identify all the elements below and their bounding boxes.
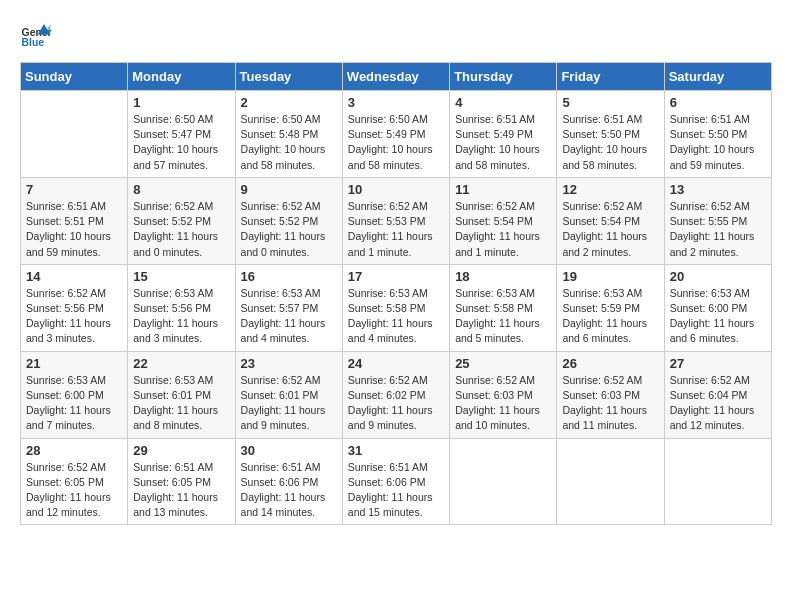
day-info: Sunrise: 6:50 AMSunset: 5:48 PMDaylight:…	[241, 112, 337, 173]
day-number: 30	[241, 443, 337, 458]
day-info: Sunrise: 6:51 AMSunset: 6:06 PMDaylight:…	[348, 460, 444, 521]
calendar-cell: 12Sunrise: 6:52 AMSunset: 5:54 PMDayligh…	[557, 177, 664, 264]
calendar-cell: 28Sunrise: 6:52 AMSunset: 6:05 PMDayligh…	[21, 438, 128, 525]
calendar-table: SundayMondayTuesdayWednesdayThursdayFrid…	[20, 62, 772, 525]
day-info: Sunrise: 6:53 AMSunset: 5:58 PMDaylight:…	[455, 286, 551, 347]
day-info: Sunrise: 6:51 AMSunset: 6:05 PMDaylight:…	[133, 460, 229, 521]
calendar-cell	[557, 438, 664, 525]
calendar-cell: 21Sunrise: 6:53 AMSunset: 6:00 PMDayligh…	[21, 351, 128, 438]
weekday-header: Thursday	[450, 63, 557, 91]
calendar-cell	[21, 91, 128, 178]
calendar-cell: 19Sunrise: 6:53 AMSunset: 5:59 PMDayligh…	[557, 264, 664, 351]
calendar-cell: 17Sunrise: 6:53 AMSunset: 5:58 PMDayligh…	[342, 264, 449, 351]
weekday-header: Friday	[557, 63, 664, 91]
calendar-cell: 8Sunrise: 6:52 AMSunset: 5:52 PMDaylight…	[128, 177, 235, 264]
day-number: 11	[455, 182, 551, 197]
calendar-cell: 4Sunrise: 6:51 AMSunset: 5:49 PMDaylight…	[450, 91, 557, 178]
day-number: 3	[348, 95, 444, 110]
calendar-week-row: 14Sunrise: 6:52 AMSunset: 5:56 PMDayligh…	[21, 264, 772, 351]
calendar-cell: 7Sunrise: 6:51 AMSunset: 5:51 PMDaylight…	[21, 177, 128, 264]
calendar-cell: 15Sunrise: 6:53 AMSunset: 5:56 PMDayligh…	[128, 264, 235, 351]
day-number: 28	[26, 443, 122, 458]
day-info: Sunrise: 6:52 AMSunset: 5:54 PMDaylight:…	[455, 199, 551, 260]
calendar-cell: 25Sunrise: 6:52 AMSunset: 6:03 PMDayligh…	[450, 351, 557, 438]
day-info: Sunrise: 6:52 AMSunset: 6:03 PMDaylight:…	[562, 373, 658, 434]
calendar-cell: 13Sunrise: 6:52 AMSunset: 5:55 PMDayligh…	[664, 177, 771, 264]
calendar-cell	[664, 438, 771, 525]
day-number: 6	[670, 95, 766, 110]
day-info: Sunrise: 6:53 AMSunset: 6:00 PMDaylight:…	[26, 373, 122, 434]
day-number: 12	[562, 182, 658, 197]
calendar-cell: 30Sunrise: 6:51 AMSunset: 6:06 PMDayligh…	[235, 438, 342, 525]
svg-text:Blue: Blue	[22, 37, 45, 48]
day-info: Sunrise: 6:52 AMSunset: 5:52 PMDaylight:…	[241, 199, 337, 260]
day-number: 5	[562, 95, 658, 110]
weekday-header: Saturday	[664, 63, 771, 91]
day-number: 14	[26, 269, 122, 284]
day-info: Sunrise: 6:51 AMSunset: 5:49 PMDaylight:…	[455, 112, 551, 173]
calendar-cell: 20Sunrise: 6:53 AMSunset: 6:00 PMDayligh…	[664, 264, 771, 351]
weekday-header: Tuesday	[235, 63, 342, 91]
day-info: Sunrise: 6:53 AMSunset: 5:56 PMDaylight:…	[133, 286, 229, 347]
day-info: Sunrise: 6:51 AMSunset: 5:50 PMDaylight:…	[562, 112, 658, 173]
day-number: 4	[455, 95, 551, 110]
day-info: Sunrise: 6:53 AMSunset: 5:59 PMDaylight:…	[562, 286, 658, 347]
day-number: 2	[241, 95, 337, 110]
day-number: 9	[241, 182, 337, 197]
day-info: Sunrise: 6:52 AMSunset: 5:52 PMDaylight:…	[133, 199, 229, 260]
weekday-header: Monday	[128, 63, 235, 91]
calendar-week-row: 21Sunrise: 6:53 AMSunset: 6:00 PMDayligh…	[21, 351, 772, 438]
day-number: 26	[562, 356, 658, 371]
weekday-header: Sunday	[21, 63, 128, 91]
day-info: Sunrise: 6:52 AMSunset: 6:05 PMDaylight:…	[26, 460, 122, 521]
day-number: 25	[455, 356, 551, 371]
day-info: Sunrise: 6:53 AMSunset: 6:00 PMDaylight:…	[670, 286, 766, 347]
logo: General Blue	[20, 20, 52, 52]
day-info: Sunrise: 6:52 AMSunset: 5:55 PMDaylight:…	[670, 199, 766, 260]
calendar-cell: 5Sunrise: 6:51 AMSunset: 5:50 PMDaylight…	[557, 91, 664, 178]
day-info: Sunrise: 6:53 AMSunset: 5:57 PMDaylight:…	[241, 286, 337, 347]
day-number: 10	[348, 182, 444, 197]
day-number: 16	[241, 269, 337, 284]
logo-icon: General Blue	[20, 20, 52, 52]
day-number: 21	[26, 356, 122, 371]
day-info: Sunrise: 6:52 AMSunset: 5:54 PMDaylight:…	[562, 199, 658, 260]
calendar-cell: 18Sunrise: 6:53 AMSunset: 5:58 PMDayligh…	[450, 264, 557, 351]
day-number: 31	[348, 443, 444, 458]
calendar-cell: 24Sunrise: 6:52 AMSunset: 6:02 PMDayligh…	[342, 351, 449, 438]
day-info: Sunrise: 6:50 AMSunset: 5:47 PMDaylight:…	[133, 112, 229, 173]
day-info: Sunrise: 6:52 AMSunset: 6:02 PMDaylight:…	[348, 373, 444, 434]
day-number: 23	[241, 356, 337, 371]
calendar-cell: 31Sunrise: 6:51 AMSunset: 6:06 PMDayligh…	[342, 438, 449, 525]
header-row: SundayMondayTuesdayWednesdayThursdayFrid…	[21, 63, 772, 91]
day-info: Sunrise: 6:52 AMSunset: 6:04 PMDaylight:…	[670, 373, 766, 434]
day-info: Sunrise: 6:51 AMSunset: 5:50 PMDaylight:…	[670, 112, 766, 173]
calendar-cell: 3Sunrise: 6:50 AMSunset: 5:49 PMDaylight…	[342, 91, 449, 178]
day-number: 18	[455, 269, 551, 284]
calendar-cell: 14Sunrise: 6:52 AMSunset: 5:56 PMDayligh…	[21, 264, 128, 351]
weekday-header: Wednesday	[342, 63, 449, 91]
page-header: General Blue	[20, 20, 772, 52]
day-info: Sunrise: 6:52 AMSunset: 6:01 PMDaylight:…	[241, 373, 337, 434]
day-number: 8	[133, 182, 229, 197]
day-number: 13	[670, 182, 766, 197]
calendar-week-row: 1Sunrise: 6:50 AMSunset: 5:47 PMDaylight…	[21, 91, 772, 178]
day-number: 7	[26, 182, 122, 197]
calendar-cell: 2Sunrise: 6:50 AMSunset: 5:48 PMDaylight…	[235, 91, 342, 178]
calendar-cell: 11Sunrise: 6:52 AMSunset: 5:54 PMDayligh…	[450, 177, 557, 264]
day-number: 1	[133, 95, 229, 110]
calendar-cell: 10Sunrise: 6:52 AMSunset: 5:53 PMDayligh…	[342, 177, 449, 264]
day-number: 22	[133, 356, 229, 371]
day-number: 19	[562, 269, 658, 284]
calendar-cell: 22Sunrise: 6:53 AMSunset: 6:01 PMDayligh…	[128, 351, 235, 438]
calendar-cell: 29Sunrise: 6:51 AMSunset: 6:05 PMDayligh…	[128, 438, 235, 525]
day-number: 15	[133, 269, 229, 284]
calendar-cell: 23Sunrise: 6:52 AMSunset: 6:01 PMDayligh…	[235, 351, 342, 438]
day-number: 17	[348, 269, 444, 284]
day-info: Sunrise: 6:50 AMSunset: 5:49 PMDaylight:…	[348, 112, 444, 173]
calendar-cell: 9Sunrise: 6:52 AMSunset: 5:52 PMDaylight…	[235, 177, 342, 264]
calendar-week-row: 28Sunrise: 6:52 AMSunset: 6:05 PMDayligh…	[21, 438, 772, 525]
day-number: 20	[670, 269, 766, 284]
calendar-cell: 1Sunrise: 6:50 AMSunset: 5:47 PMDaylight…	[128, 91, 235, 178]
calendar-cell: 6Sunrise: 6:51 AMSunset: 5:50 PMDaylight…	[664, 91, 771, 178]
